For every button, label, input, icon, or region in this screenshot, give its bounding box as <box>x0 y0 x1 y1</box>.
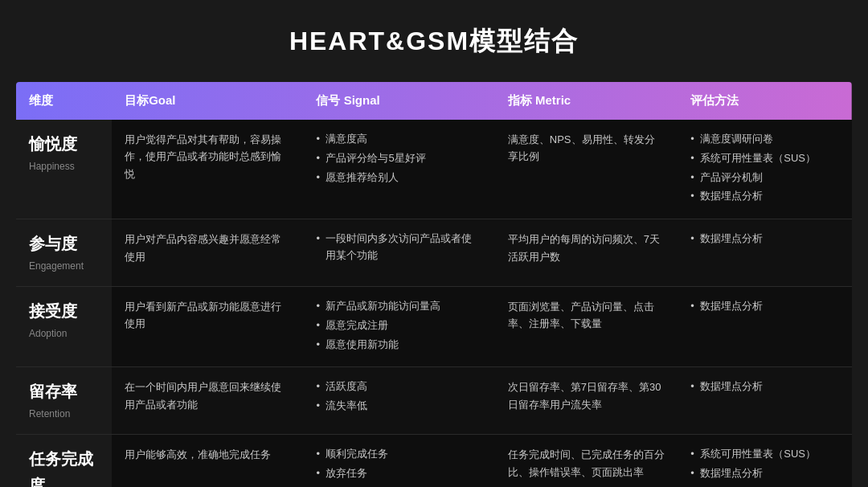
signal-item: 顺利完成任务 <box>316 446 481 463</box>
signal-item: 愿意推荐给别人 <box>316 170 481 186</box>
eval-item: 数据埋点分析 <box>690 379 839 395</box>
eval-cell: 数据埋点分析 <box>678 367 852 435</box>
metric-cell: 页面浏览量、产品访问量、点击率、注册率、下载量 <box>495 286 678 366</box>
goal-cell: 用户觉得产品对其有帮助，容易操作，使用产品或者功能时总感到愉悦 <box>112 120 303 219</box>
signal-cell: 活跃度高流失率低 <box>303 367 494 435</box>
table-header-row: 维度 目标Goal 信号 Signal 指标 Metric 评估方法 <box>16 82 852 120</box>
metric-cell: 平均用户的每周的访问频次、7天活跃用户数 <box>495 219 678 287</box>
signal-item: 新产品或新功能访问量高 <box>316 298 481 315</box>
heart-gsm-table: 维度 目标Goal 信号 Signal 指标 Metric 评估方法 愉悦度Ha… <box>16 82 852 487</box>
header-metric: 指标 Metric <box>495 82 678 120</box>
eval-cell: 系统可用性量表（SUS）数据埋点分析 <box>678 435 852 487</box>
table-row: 任务完成度Task Success用户能够高效，准确地完成任务顺利完成任务放弃任… <box>16 435 852 487</box>
metric-cell: 任务完成时间、已完成任务的百分比、操作错误率、页面跳出率 <box>495 435 678 487</box>
signal-item: 愿意使用新功能 <box>316 337 481 354</box>
header-goal: 目标Goal <box>112 82 303 120</box>
table-row: 接受度Adoption用户看到新产品或新功能愿意进行使用新产品或新功能访问量高愿… <box>16 286 852 366</box>
goal-cell: 在一个时间内用户愿意回来继续使用产品或者功能 <box>112 367 303 435</box>
table-row: 参与度Engagement用户对产品内容感兴趣并愿意经常使用一段时间内多次访问产… <box>16 219 852 287</box>
dimension-subtitle: Retention <box>29 407 99 423</box>
table-row: 留存率Retention在一个时间内用户愿意回来继续使用产品或者功能活跃度高流失… <box>16 367 852 435</box>
signal-item: 满意度高 <box>316 131 481 148</box>
dimension-cell: 接受度Adoption <box>16 286 112 366</box>
eval-item: 数据埋点分析 <box>690 231 839 248</box>
dimension-subtitle: Happiness <box>29 159 99 175</box>
dimension-name: 任务完成度 <box>29 446 99 487</box>
table-row: 愉悦度Happiness用户觉得产品对其有帮助，容易操作，使用产品或者功能时总感… <box>16 120 852 219</box>
eval-cell: 数据埋点分析 <box>678 219 852 287</box>
signal-item: 一段时间内多次访问产品或者使用某个功能 <box>316 231 481 264</box>
signal-item: 产品评分给与5星好评 <box>316 150 481 167</box>
signal-item: 放弃任务 <box>316 465 481 482</box>
signal-cell: 新产品或新功能访问量高愿意完成注册愿意使用新功能 <box>303 286 494 366</box>
eval-cell: 数据埋点分析 <box>678 286 852 366</box>
goal-cell: 用户对产品内容感兴趣并愿意经常使用 <box>112 219 303 287</box>
eval-item: 数据埋点分析 <box>690 188 839 205</box>
goal-cell: 用户能够高效，准确地完成任务 <box>112 435 303 487</box>
eval-item: 系统可用性量表（SUS） <box>690 150 839 167</box>
dimension-cell: 愉悦度Happiness <box>16 120 112 219</box>
dimension-cell: 留存率Retention <box>16 367 112 435</box>
header-eval: 评估方法 <box>678 82 852 120</box>
metric-cell: 满意度、NPS、易用性、转发分享比例 <box>495 120 678 219</box>
goal-cell: 用户看到新产品或新功能愿意进行使用 <box>112 286 303 366</box>
signal-item: 愿意完成注册 <box>316 317 481 334</box>
dimension-cell: 参与度Engagement <box>16 219 112 287</box>
signal-cell: 顺利完成任务放弃任务完成任务的时间越来越短操作时出错率越来越低 <box>303 435 494 487</box>
metric-cell: 次日留存率、第7日留存率、第30日留存率用户流失率 <box>495 367 678 435</box>
header-dimension: 维度 <box>16 82 112 120</box>
signal-item: 活跃度高 <box>316 379 481 395</box>
dimension-name: 参与度 <box>29 231 99 257</box>
signal-item: 流失率低 <box>316 398 481 415</box>
signal-cell: 一段时间内多次访问产品或者使用某个功能 <box>303 219 494 287</box>
signal-cell: 满意度高产品评分给与5星好评愿意推荐给别人 <box>303 120 494 219</box>
eval-cell: 满意度调研问卷系统可用性量表（SUS）产品评分机制数据埋点分析 <box>678 120 852 219</box>
eval-item: 数据埋点分析 <box>690 465 839 482</box>
dimension-subtitle: Engagement <box>29 259 99 275</box>
header-signal: 信号 Signal <box>303 82 494 120</box>
eval-item: 系统可用性量表（SUS） <box>690 446 839 463</box>
dimension-name: 接受度 <box>29 298 99 325</box>
dimension-subtitle: Adoption <box>29 326 99 342</box>
dimension-name: 留存率 <box>29 379 99 405</box>
eval-item: 满意度调研问卷 <box>690 131 839 148</box>
eval-item: 数据埋点分析 <box>690 298 839 315</box>
dimension-cell: 任务完成度Task Success <box>16 435 112 487</box>
eval-item: 产品评分机制 <box>690 170 839 186</box>
dimension-name: 愉悦度 <box>29 131 99 158</box>
page-title: HEART&GSM模型结合 <box>289 24 579 59</box>
